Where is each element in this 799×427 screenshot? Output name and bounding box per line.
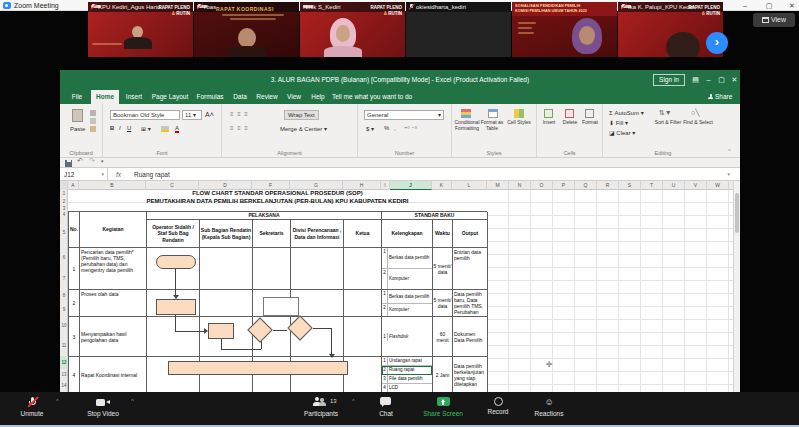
header-pelaksana[interactable]: PELAKSANA	[147, 212, 382, 220]
underline-button[interactable]: U	[127, 125, 131, 131]
find-select-button[interactable]: Find & Select	[683, 120, 713, 126]
format-as-table-icon[interactable]	[488, 109, 498, 118]
reactions-button[interactable]: ☺ Reactions	[525, 396, 573, 417]
col-header-selected[interactable]: J	[390, 181, 432, 190]
cell-kegiatan[interactable]: Rapat Koordinasi internal	[80, 357, 147, 392]
scrollbar-thumb[interactable]	[735, 193, 739, 233]
italic-button[interactable]: I	[119, 125, 121, 131]
col-header[interactable]: L	[452, 181, 487, 190]
cell-styles-icon[interactable]	[514, 109, 524, 118]
cell-kegiatan[interactable]: Pencarian data pemilih* (Pemilih baru, T…	[80, 248, 147, 290]
cell-waktu[interactable]: 60 menit	[433, 317, 453, 357]
header-standar-baku[interactable]: STANDAR BAKU	[382, 212, 488, 220]
cell-output[interactable]: Dokumen Data Pemilih	[453, 317, 488, 357]
redo-icon[interactable]: ↷	[89, 157, 95, 165]
collapse-ribbon-icon[interactable]: ^	[728, 148, 731, 154]
view-button[interactable]: View	[753, 13, 795, 27]
col-header[interactable]: U	[663, 181, 685, 190]
flow-terminator-shape[interactable]	[156, 255, 196, 269]
sign-in-button[interactable]: Sign in	[653, 74, 685, 86]
row-headers[interactable]: 1 2 3 4 5 6 7 8 9 10 11 12 13 14	[60, 190, 68, 392]
row-header-selected[interactable]: 12	[60, 356, 68, 369]
col-header[interactable]: P	[553, 181, 575, 190]
chat-button[interactable]: Chat	[366, 396, 406, 417]
tab-help[interactable]: Help	[307, 90, 329, 104]
vertical-align-icons[interactable]: ≡ ≡ ≡	[230, 111, 249, 117]
excel-maximize-icon[interactable]: ▢	[715, 70, 728, 90]
row-header[interactable]: 4	[60, 211, 68, 219]
header-output[interactable]: Output	[453, 220, 488, 248]
flow-cell[interactable]	[291, 248, 344, 290]
comma-icon[interactable]: ,	[394, 125, 396, 131]
tab-data[interactable]: Data	[229, 90, 251, 104]
header-kegiatan[interactable]: Kegiatan	[80, 212, 147, 248]
expand-formula-bar-icon[interactable]: ▾	[727, 168, 730, 181]
fill-button[interactable]: ⬇ Fill ▾	[609, 119, 628, 126]
unmute-button[interactable]: Unmute	[10, 396, 54, 417]
tab-file[interactable]: File	[65, 90, 89, 104]
col-header[interactable]: I	[381, 181, 390, 190]
insert-cells-icon[interactable]	[544, 109, 553, 118]
flow-blank-shape[interactable]	[263, 297, 299, 316]
col-header[interactable]: V	[685, 181, 707, 190]
paste-button[interactable]: Paste	[70, 126, 85, 132]
col-header[interactable]: R	[597, 181, 619, 190]
flow-process-shape[interactable]	[208, 323, 234, 339]
row-header[interactable]: 9	[60, 303, 68, 316]
flow-cell[interactable]	[200, 290, 253, 317]
col-header[interactable]: M	[487, 181, 509, 190]
format-as-table-button[interactable]: Format as Table	[478, 120, 506, 132]
header-operator-sidalih[interactable]: Operator Sidalih / Staf Sub Bag Rendatin	[147, 220, 200, 248]
cell-kegiatan[interactable]: Proses olah data	[80, 290, 147, 317]
number-format-select[interactable]: General▾	[364, 110, 444, 120]
conditional-formatting-icon[interactable]	[461, 109, 471, 118]
cut-icon[interactable]	[90, 110, 96, 116]
row-header[interactable]: 7	[60, 268, 68, 289]
row-header[interactable]: 10	[60, 316, 68, 336]
sort-filter-icon[interactable]: ⇅▼	[659, 109, 672, 117]
cell-waktu[interactable]: 5 menit/ data	[433, 290, 453, 317]
tab-page-layout[interactable]: Page Layout	[149, 90, 191, 104]
autosum-button[interactable]: Σ AutoSum ▾	[609, 109, 644, 116]
flow-cell[interactable]	[344, 357, 382, 392]
tell-me-input[interactable]: Tell me what you want to do	[332, 90, 472, 104]
sheet-grid[interactable]: 1 2 3 4 5 6 7 8 9 10 11 12 13 14 FLOW CH…	[60, 190, 740, 392]
format-button[interactable]: Format	[575, 120, 605, 126]
sort-filter-button[interactable]: Sort & Filter	[653, 120, 683, 126]
video-thumbnail[interactable]: RAPAT PLENO& RUTIN KPU Kediri_Agus Hario…	[88, 2, 193, 57]
video-thumbnail[interactable]: RAPAT PLENO& RUTIN Ninik S_Kediri	[300, 2, 405, 57]
cell-output[interactable]: Data pemilih berkelanjutan yang siap dit…	[453, 357, 488, 392]
minimize-icon[interactable]: –	[738, 0, 752, 11]
header-sekretaris[interactable]: Sekretaris	[253, 220, 291, 248]
format-cells-icon[interactable]	[585, 109, 594, 118]
maximize-icon[interactable]: ▢	[762, 0, 776, 11]
delete-cells-icon[interactable]	[565, 109, 574, 118]
participants-button[interactable]: 13 Participants	[293, 396, 349, 417]
flow-process-shape[interactable]	[156, 299, 196, 315]
cell-output[interactable]: Data pemilih baru, Data pemilih TMS, Per…	[453, 290, 488, 317]
cell-no[interactable]: 1	[69, 248, 80, 290]
col-header[interactable]: K	[432, 181, 452, 190]
video-thumbnail[interactable]: RAPAT KOORDINASI i'bas	[194, 2, 299, 57]
unmute-options-caret[interactable]: ^	[56, 398, 59, 404]
cell-kelengkapan[interactable]: 1Flashdisk	[382, 317, 433, 357]
tab-formulas[interactable]: Formulas	[193, 90, 227, 104]
decimal-icons[interactable]: ⁺⁰ ⁻⁰	[404, 125, 417, 132]
record-button[interactable]: Record	[476, 396, 520, 415]
excel-close-icon[interactable]: ✕	[728, 70, 740, 90]
column-headers[interactable]: A B C D F G H I J K L M N O P Q R S T U …	[60, 181, 740, 190]
cell-no[interactable]: 2	[69, 290, 80, 317]
video-thumbnail[interactable]: SOSIALISASI PENDIDIKAN PEMILIH KOMISI PE…	[512, 2, 617, 57]
participants-options-caret[interactable]: ^	[352, 398, 355, 404]
row-header[interactable]: 6	[60, 247, 68, 268]
cell-kegiatan[interactable]: Menyampaikan hasil pengolahan data	[80, 317, 147, 357]
header-no[interactable]: No.	[69, 212, 80, 248]
wrap-text-button[interactable]: Wrap Text	[284, 110, 319, 120]
row-header[interactable]: 11	[60, 336, 68, 356]
font-size-select[interactable]: 11 ▾	[182, 110, 202, 120]
col-header[interactable]: G	[290, 181, 343, 190]
flow-cell[interactable]	[253, 248, 291, 290]
col-header[interactable]: W	[707, 181, 729, 190]
header-waktu[interactable]: Waktu	[433, 220, 453, 248]
format-painter-icon[interactable]	[90, 126, 96, 132]
